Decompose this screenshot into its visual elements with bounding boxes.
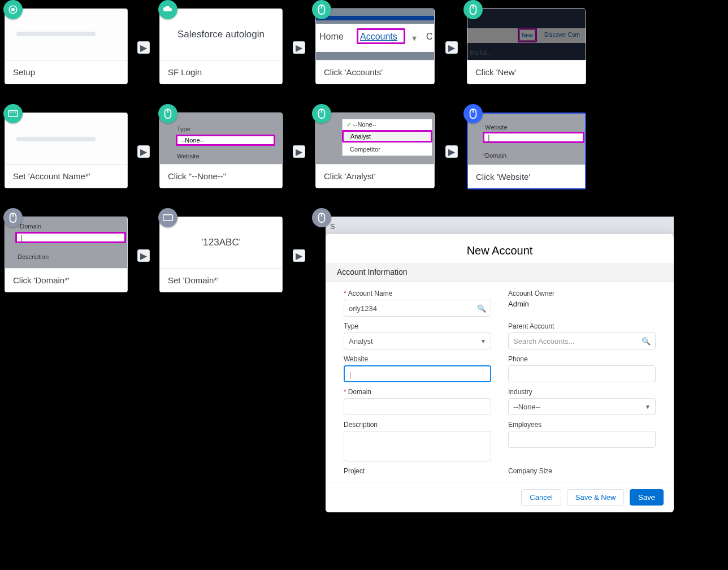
label-description: Description xyxy=(344,421,491,429)
svg-rect-19 xyxy=(163,215,173,221)
salesforce-cloud-icon xyxy=(158,0,177,19)
cancel-button[interactable]: Cancel xyxy=(521,489,561,506)
save-button[interactable]: Save xyxy=(630,489,664,506)
input-domain[interactable] xyxy=(344,398,491,415)
label-industry: Industry xyxy=(508,388,656,396)
literal-text: '123ABC' xyxy=(201,237,241,248)
label-website: Website xyxy=(177,153,200,159)
label-parent-account: Parent Account xyxy=(508,322,656,330)
connector-play-icon[interactable]: ▶ xyxy=(445,41,458,54)
label-domain: Domain xyxy=(485,152,506,159)
mouse-icon xyxy=(463,104,483,123)
discover-link: Discover Com xyxy=(544,32,580,38)
step-click-none[interactable]: Type --None-- Website Click "--None--" xyxy=(159,113,283,188)
connector-play-icon[interactable]: ▶ xyxy=(293,249,305,262)
label-employees: Employees xyxy=(508,421,656,429)
step-label: Set 'Account Name*' xyxy=(5,164,127,188)
step-label: Click 'New' xyxy=(467,60,586,84)
step-click-new[interactable]: New Discover Com this list… Click 'New' xyxy=(467,8,586,84)
step-sf-login[interactable]: Salesforce autologin SF Login xyxy=(159,8,283,84)
label-description: Description xyxy=(18,253,49,260)
select-type[interactable]: Analyst▼ xyxy=(344,332,491,349)
svg-point-7 xyxy=(10,113,11,114)
step-label: Click 'Accounts' xyxy=(316,60,434,84)
textarea-description[interactable] xyxy=(344,431,491,461)
step-set-domain[interactable]: '123ABC' Set 'Domain*' xyxy=(159,217,283,292)
label-account-owner: Account Owner xyxy=(508,290,656,297)
label-phone: Phone xyxy=(508,355,656,363)
chrome-icon xyxy=(3,0,23,19)
svg-point-9 xyxy=(14,113,15,114)
input-phone[interactable] xyxy=(508,365,656,382)
sf-login-text: Salesforce autologin xyxy=(177,29,265,40)
connector-play-icon[interactable]: ▶ xyxy=(137,145,150,158)
save-and-new-button[interactable]: Save & New xyxy=(567,489,625,506)
label-account-name: Account Name xyxy=(348,290,393,297)
mouse-icon xyxy=(312,0,331,19)
step-label: Click 'Analyst' xyxy=(316,164,434,188)
input-account-name[interactable]: orly1234🔍 xyxy=(344,300,491,317)
input-parent-account[interactable]: Search Accounts...🔍 xyxy=(508,332,656,349)
select-industry[interactable]: --None--▼ xyxy=(508,398,656,415)
step-label: Click 'Domain*' xyxy=(5,268,127,292)
svg-point-1 xyxy=(11,8,15,11)
list-hint: this list… xyxy=(470,50,493,56)
opt-competitor: Competitor xyxy=(350,146,380,153)
field-none: --None-- xyxy=(176,135,275,146)
input-employees[interactable] xyxy=(508,431,656,448)
connector-play-icon[interactable]: ▶ xyxy=(445,145,458,158)
step-click-website[interactable]: Website | *Domain Click 'Website' xyxy=(467,113,586,189)
connector-play-icon[interactable]: ▶ xyxy=(293,41,305,54)
step-label: Click 'Website' xyxy=(468,165,585,188)
label-domain: Domain xyxy=(348,388,371,396)
nav-other: C xyxy=(426,32,433,42)
mouse-icon xyxy=(158,104,177,123)
svg-rect-6 xyxy=(8,111,18,117)
label-domain: Domain xyxy=(20,223,41,230)
label-type: Type xyxy=(177,126,190,132)
nav-home: Home xyxy=(319,32,344,42)
input-website[interactable]: | xyxy=(344,365,491,382)
mouse-icon xyxy=(463,0,483,19)
keyboard-icon xyxy=(158,208,177,227)
step-label: Setup xyxy=(5,60,127,84)
mouse-icon xyxy=(312,104,331,123)
label-project: Project xyxy=(344,467,491,475)
mouse-icon xyxy=(3,208,23,227)
label-website: Website xyxy=(485,124,508,131)
opt-none: --None-- xyxy=(352,121,376,128)
label-type: Type xyxy=(344,322,491,330)
step-click-analyst[interactable]: ✓ --None-- Analyst Competitor Click 'Ana… xyxy=(315,113,435,188)
label-website: Website xyxy=(344,355,491,363)
step-click-domain[interactable]: *Domain | Description Click 'Domain*' xyxy=(5,217,128,292)
section-header: Account Information xyxy=(326,263,674,282)
mouse-icon xyxy=(312,208,331,227)
connector-play-icon[interactable]: ▶ xyxy=(137,41,150,54)
opt-analyst: Analyst xyxy=(350,133,371,140)
step-label: SF Login xyxy=(160,60,282,84)
step-label: Click "--None--" xyxy=(160,164,282,188)
step-label: Set 'Domain*' xyxy=(160,268,282,292)
step-setup[interactable]: Setup xyxy=(5,8,128,84)
dialog-title: New Account xyxy=(326,234,674,263)
keyboard-icon xyxy=(3,104,23,123)
step-click-accounts[interactable]: Home Accounts ▾ C Click 'Accounts' xyxy=(315,8,435,84)
label-company-size: Company Size xyxy=(508,467,656,475)
step-set-account-name[interactable]: Set 'Account Name*' xyxy=(5,113,128,188)
connector-play-icon[interactable]: ▶ xyxy=(137,249,150,262)
connector-play-icon[interactable]: ▶ xyxy=(293,145,305,158)
value-account-owner: Admin xyxy=(508,300,656,308)
svg-point-8 xyxy=(12,113,13,114)
salesforce-new-account-dialog: New Account Account Information *Account… xyxy=(326,234,674,512)
svg-point-10 xyxy=(15,113,16,114)
